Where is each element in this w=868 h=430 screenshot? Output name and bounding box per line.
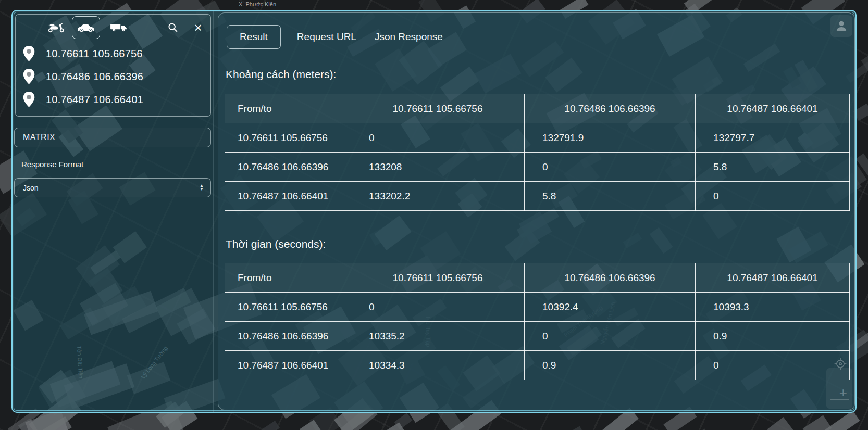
app-stage: X. Phước Kiến Tôn Dật Tiên Lý Long Tường… bbox=[0, 0, 868, 430]
table-cell: 10334.3 bbox=[351, 351, 525, 380]
column-header: 10.76611 105.66756 bbox=[351, 263, 525, 293]
column-header: 10.76611 105.66756 bbox=[351, 94, 525, 123]
table-cell: 133202.2 bbox=[351, 182, 525, 211]
table-cell: 10393.3 bbox=[696, 293, 850, 322]
table-cell: 133208 bbox=[351, 153, 525, 182]
table-cell: 132797.7 bbox=[696, 123, 850, 153]
table-row: 10.76486 106.66396 10335.2 0 0.9 bbox=[225, 322, 850, 351]
table-header-row: From/to 10.76611 105.66756 10.76486 106.… bbox=[225, 94, 850, 123]
select-arrows-icon: ▲▼ bbox=[200, 184, 204, 191]
location-coords: 10.76611 105.66756 bbox=[46, 48, 143, 60]
waypoints-card: × 10.76611 105.66756 10.76486 106.66396 bbox=[15, 14, 211, 117]
search-button[interactable] bbox=[165, 20, 181, 35]
column-header: 10.76487 106.66401 bbox=[696, 263, 850, 293]
column-header: From/to bbox=[225, 94, 351, 123]
table-cell: 0 bbox=[696, 182, 850, 211]
table-cell: 0 bbox=[351, 293, 525, 322]
column-header: 10.76486 106.66396 bbox=[525, 94, 696, 123]
row-header: 10.76487 106.66401 bbox=[225, 351, 351, 380]
table-row: 10.76487 106.66401 10334.3 0.9 0 bbox=[225, 351, 850, 380]
map-building bbox=[767, 417, 796, 430]
table-cell: 132791.9 bbox=[525, 123, 696, 153]
results-panel: Result Request URL Json Response Khoảng … bbox=[218, 12, 855, 410]
location-item[interactable]: 10.76487 106.66401 bbox=[16, 88, 210, 111]
location-item[interactable]: 10.76611 105.66756 bbox=[16, 42, 210, 65]
vehicle-toolbar: × bbox=[16, 15, 210, 41]
close-button[interactable]: × bbox=[190, 19, 206, 36]
user-button[interactable] bbox=[830, 15, 852, 37]
row-header: 10.76487 106.66401 bbox=[225, 182, 351, 211]
table-cell: 5.8 bbox=[525, 182, 696, 211]
map-building bbox=[864, 420, 868, 430]
app-overlay: × 10.76611 105.66756 10.76486 106.66396 bbox=[11, 10, 857, 413]
row-header: 10.76486 106.66396 bbox=[225, 322, 351, 351]
locate-button[interactable] bbox=[833, 357, 848, 372]
row-header: 10.76611 105.66756 bbox=[225, 123, 351, 153]
response-format-label: Response Format bbox=[21, 160, 83, 169]
map-pin-icon bbox=[23, 46, 35, 61]
tab-json-response[interactable]: Json Response bbox=[373, 25, 445, 49]
response-format-select[interactable]: Json ▲▼ bbox=[14, 178, 211, 197]
column-header: 10.76486 106.66396 bbox=[525, 263, 696, 293]
sidebar-divider bbox=[213, 11, 214, 412]
tab-bar: Result Request URL Json Response bbox=[227, 25, 445, 49]
column-header: 10.76487 106.66401 bbox=[696, 94, 850, 123]
search-icon bbox=[167, 22, 179, 33]
distance-table: From/to 10.76611 105.66756 10.76486 106.… bbox=[225, 94, 850, 211]
car-icon bbox=[76, 23, 96, 33]
table-row: 10.76487 106.66401 133202.2 5.8 0 bbox=[225, 182, 850, 211]
matrix-button[interactable]: MATRIX bbox=[14, 128, 211, 147]
table-cell: 5.8 bbox=[696, 153, 850, 182]
table-cell: 10335.2 bbox=[351, 322, 525, 351]
map-building bbox=[566, 426, 594, 430]
menu-button[interactable] bbox=[24, 22, 38, 33]
table-row: 10.76486 106.66396 133208 0 5.8 bbox=[225, 153, 850, 182]
table-row: 10.76611 105.66756 0 132791.9 132797.7 bbox=[225, 123, 850, 153]
table-row: 10.76611 105.66756 0 10392.4 10393.3 bbox=[225, 293, 850, 322]
location-item[interactable]: 10.76486 106.66396 bbox=[16, 65, 210, 88]
tab-request-url[interactable]: Request URL bbox=[295, 25, 358, 49]
map-building bbox=[822, 411, 860, 430]
duration-section-title: Thời gian (seconds): bbox=[226, 238, 326, 250]
close-icon: × bbox=[194, 21, 202, 34]
table-cell: 0 bbox=[525, 153, 696, 182]
tab-result[interactable]: Result bbox=[227, 25, 281, 49]
scooter-vehicle-button[interactable] bbox=[45, 17, 68, 38]
row-header: 10.76486 106.66396 bbox=[225, 153, 351, 182]
table-cell: 0 bbox=[351, 123, 525, 153]
location-coords: 10.76487 106.66401 bbox=[46, 94, 143, 106]
table-cell: 0.9 bbox=[525, 351, 696, 380]
table-header-row: From/to 10.76611 105.66756 10.76486 106.… bbox=[225, 263, 850, 293]
table-cell: 0 bbox=[525, 322, 696, 351]
toolbar-divider bbox=[185, 22, 185, 33]
map-pin-icon bbox=[23, 69, 35, 84]
duration-table: From/to 10.76611 105.66756 10.76486 106.… bbox=[225, 263, 850, 380]
user-icon bbox=[835, 19, 848, 33]
location-coords: 10.76486 106.66396 bbox=[46, 71, 143, 83]
scooter-icon bbox=[47, 22, 65, 33]
zoom-out-button[interactable] bbox=[830, 399, 849, 400]
table-cell: 0.9 bbox=[696, 322, 850, 351]
row-header: 10.76611 105.66756 bbox=[225, 293, 351, 322]
response-format-value: Json bbox=[23, 184, 39, 192]
locate-icon bbox=[834, 357, 847, 371]
distance-section-title: Khoảng cách (meters): bbox=[226, 68, 336, 81]
map-label-street: X. Phước Kiến bbox=[239, 1, 276, 7]
map-building bbox=[241, 421, 279, 430]
truck-vehicle-button[interactable] bbox=[107, 17, 130, 38]
plus-icon: + bbox=[839, 385, 847, 400]
car-vehicle-button[interactable] bbox=[72, 16, 100, 39]
column-header: From/to bbox=[225, 263, 351, 293]
map-pin-icon bbox=[23, 92, 35, 107]
table-cell: 10392.4 bbox=[525, 293, 696, 322]
zoom-in-button[interactable]: + bbox=[839, 385, 847, 401]
truck-icon bbox=[110, 22, 128, 33]
